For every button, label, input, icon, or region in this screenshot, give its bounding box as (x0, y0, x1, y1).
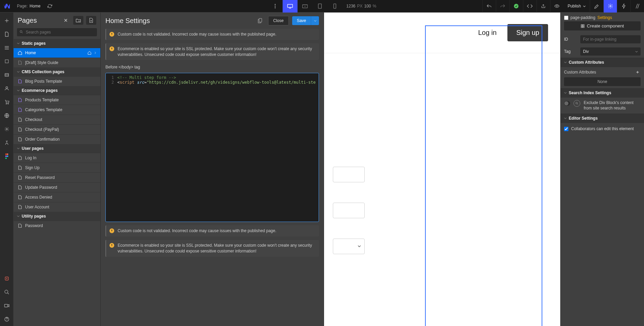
device-mobile[interactable] (327, 0, 342, 13)
device-desktop[interactable] (283, 0, 298, 13)
close-button[interactable]: Close (268, 16, 289, 25)
id-input[interactable] (580, 35, 641, 43)
add-attribute-button[interactable] (635, 69, 641, 75)
utility-pages-section[interactable]: Utility pages (14, 212, 100, 221)
canvas-dimensions[interactable]: 1236 PX 100 % (346, 4, 376, 8)
canvas[interactable]: Log in Sign up (324, 13, 560, 326)
pages-nav-button[interactable] (0, 27, 14, 41)
device-tablet-wide[interactable] (298, 0, 313, 13)
page-item[interactable]: Checkout (14, 115, 100, 124)
page-item[interactable]: Log In (14, 153, 100, 163)
refresh-button[interactable] (44, 0, 56, 13)
ecom-label: Ecommerce pages (22, 88, 58, 93)
pages-scroll[interactable]: Static pages Home [Draft] Style Guide CM… (14, 39, 100, 326)
status-ok-icon[interactable] (509, 0, 523, 13)
more-breakpoints-button[interactable] (268, 0, 283, 13)
utility-label: Utility pages (22, 214, 46, 219)
settings-tool-button[interactable] (603, 0, 617, 13)
help-button[interactable] (0, 312, 14, 326)
new-folder-button[interactable] (73, 16, 83, 25)
add-element-button[interactable] (0, 14, 14, 27)
login-link[interactable]: Log in (473, 25, 502, 41)
publish-button[interactable]: Publish (564, 4, 590, 8)
custom-attributes-section[interactable]: Custom Attributes (561, 58, 644, 67)
page-item[interactable]: Access Denied (14, 192, 100, 202)
create-component-button[interactable]: Create component (564, 21, 641, 30)
video-help-button[interactable] (0, 299, 14, 312)
figma-button[interactable] (0, 149, 14, 163)
share-button[interactable] (537, 0, 550, 13)
page-item[interactable]: Categories Template (14, 105, 100, 115)
static-pages-section[interactable]: Static pages (14, 39, 100, 48)
form-select[interactable] (333, 239, 365, 254)
device-tablet[interactable] (313, 0, 327, 13)
page-item[interactable]: Reset Password (14, 172, 100, 182)
page-item[interactable]: Sign Up (14, 163, 100, 172)
assets-button[interactable] (0, 109, 14, 122)
code-editor[interactable]: 1<!-- Multi step form -->2<script src="h… (105, 73, 319, 222)
page-item[interactable]: Checkout (PayPal) (14, 124, 100, 134)
form-field-1[interactable] (333, 167, 365, 182)
element-breadcrumb[interactable]: page-padding Settings (561, 13, 644, 21)
page-item[interactable]: Password (14, 221, 100, 230)
user-label: User pages (22, 146, 44, 151)
user-pages-section[interactable]: User pages (14, 144, 100, 153)
save-dropdown[interactable] (311, 16, 319, 25)
cms-pages-section[interactable]: CMS Collection pages (14, 67, 100, 76)
page-item[interactable]: Products Template (14, 95, 100, 105)
page-item[interactable]: User Account (14, 202, 100, 212)
page-icon (18, 165, 22, 170)
page-item[interactable]: Order Confirmation (14, 134, 100, 144)
chevron-down-icon (564, 61, 567, 64)
form-field-2[interactable] (333, 203, 365, 218)
navigator-button[interactable] (0, 41, 14, 55)
close-panel-button[interactable] (61, 16, 71, 25)
page-blog-posts[interactable]: Blog Posts Template (14, 76, 100, 86)
page-draft-style-guide[interactable]: [Draft] Style Guide (14, 58, 100, 67)
editor-settings-section[interactable]: Editor Settings (561, 114, 644, 123)
page-home[interactable]: Home (14, 48, 100, 58)
search-index-section[interactable]: Search Index Settings (561, 88, 644, 98)
page-label: Sign Up (25, 165, 40, 170)
grid-tool-button[interactable] (630, 0, 644, 13)
users-button[interactable] (0, 82, 14, 95)
code-export-button[interactable] (523, 0, 537, 13)
interactions-tool-button[interactable] (617, 0, 630, 13)
warning-text: Ecommerce is enabled so your site is SSL… (118, 46, 316, 58)
ecom-pages-section[interactable]: Ecommerce pages (14, 86, 100, 95)
new-page-button[interactable] (86, 16, 96, 25)
ecommerce-button[interactable] (0, 95, 14, 109)
webflow-logo[interactable] (0, 0, 14, 13)
page-label: Page: (17, 4, 27, 8)
tag-select[interactable]: Div (580, 47, 641, 56)
page-item[interactable]: Update Password (14, 182, 100, 192)
search-button[interactable] (0, 285, 14, 299)
apps-button[interactable] (0, 136, 14, 149)
preview-button[interactable] (550, 0, 564, 13)
search-pages-input[interactable] (17, 28, 97, 36)
warning-ecommerce-2: Ecommerce is enabled so your site is SSL… (105, 240, 319, 257)
device-switcher: 1236 PX 100 % (268, 0, 376, 13)
page-icon (18, 127, 22, 132)
cms-button[interactable] (0, 68, 14, 82)
element-checkbox[interactable] (564, 16, 568, 20)
save-button[interactable]: Save (292, 16, 311, 25)
page-icon (18, 223, 22, 228)
signup-button[interactable]: Sign up (507, 24, 548, 41)
collab-checkbox[interactable] (564, 127, 568, 131)
project-settings-button[interactable] (0, 122, 14, 136)
svg-point-1 (275, 6, 276, 7)
exclude-toggle[interactable] (564, 101, 570, 106)
page-indicator[interactable]: Page: Home (14, 4, 44, 8)
page-label: Reset Password (25, 175, 55, 180)
audit-button[interactable] (0, 272, 14, 285)
brush-tool-button[interactable] (590, 0, 603, 13)
redo-button[interactable] (496, 0, 509, 13)
components-button[interactable] (0, 55, 14, 68)
copy-page-button[interactable] (255, 16, 265, 25)
page-label: Home (25, 50, 36, 55)
search-circle-icon (573, 100, 580, 107)
page-icon (18, 205, 22, 209)
undo-button[interactable] (482, 0, 496, 13)
svg-point-0 (275, 4, 276, 5)
